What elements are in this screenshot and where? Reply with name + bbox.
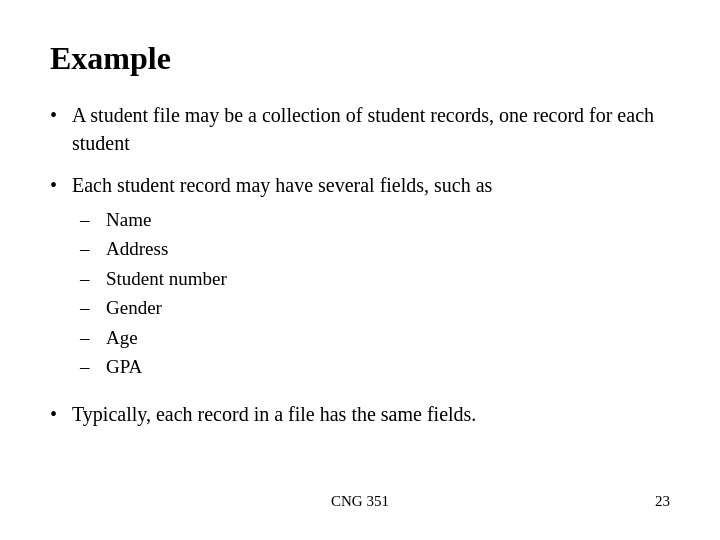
sub-text-name: Name <box>106 205 227 234</box>
dash-icon: – <box>80 234 106 263</box>
slide: Example • A student file may be a collec… <box>0 0 720 540</box>
sub-text-student-number: Student number <box>106 264 227 293</box>
list-item: – GPA <box>80 352 227 381</box>
footer-page: 23 <box>655 493 670 510</box>
bullet-text-3: Typically, each record in a file has the… <box>72 400 670 428</box>
list-item: • Each student record may have several f… <box>50 171 670 386</box>
sub-text-age: Age <box>106 323 227 352</box>
footer-course: CNG 351 <box>331 493 389 510</box>
dash-icon: – <box>80 264 106 293</box>
dash-icon: – <box>80 293 106 322</box>
bullet-icon: • <box>50 400 72 428</box>
bullet-icon: • <box>50 101 72 129</box>
sub-text-gpa: GPA <box>106 352 227 381</box>
slide-title: Example <box>50 40 670 77</box>
dash-icon: – <box>80 323 106 352</box>
dash-icon: – <box>80 205 106 234</box>
list-item: – Age <box>80 323 227 352</box>
bullet-text-1: A student file may be a collection of st… <box>72 101 670 157</box>
bullet-list: • A student file may be a collection of … <box>50 101 670 428</box>
list-item: – Gender <box>80 293 227 322</box>
sub-text-address: Address <box>106 234 227 263</box>
list-item: – Address <box>80 234 227 263</box>
sub-text-gender: Gender <box>106 293 227 322</box>
sub-list: – Name – Address – Student number – Gend… <box>80 205 227 382</box>
list-item: • Typically, each record in a file has t… <box>50 400 670 428</box>
slide-footer: CNG 351 23 <box>50 483 670 510</box>
dash-icon: – <box>80 352 106 381</box>
slide-content: Example • A student file may be a collec… <box>50 40 670 483</box>
list-item: – Student number <box>80 264 227 293</box>
bullet-text-2: Each student record may have several fie… <box>72 171 492 199</box>
list-item: • A student file may be a collection of … <box>50 101 670 157</box>
bullet-icon: • <box>50 171 72 199</box>
list-item: – Name <box>80 205 227 234</box>
